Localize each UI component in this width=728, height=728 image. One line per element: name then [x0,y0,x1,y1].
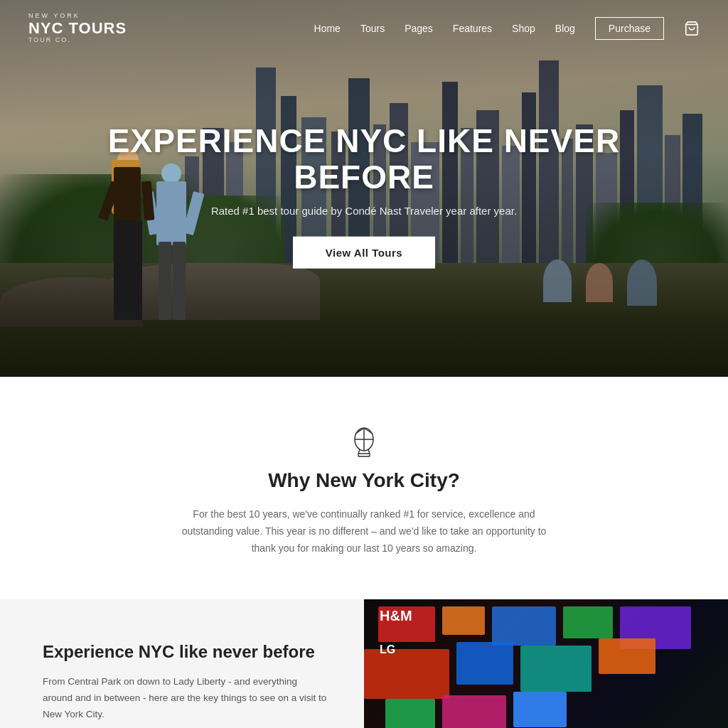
logo[interactable]: NEW YORK NYC TOURS TOUR CO. [28,13,127,44]
nav-features[interactable]: Features [453,23,492,34]
hero-content: EXPERIENCE NYC LIKE NEVER BEFORE Rated #… [80,123,648,269]
hero-title: EXPERIENCE NYC LIKE NEVER BEFORE [80,123,648,195]
nav-blog[interactable]: Blog [555,23,575,34]
svg-line-3 [368,449,370,454]
nav-home[interactable]: Home [314,23,341,34]
purchase-button[interactable]: Purchase [595,17,664,40]
why-title: Why New York City? [28,469,700,492]
hot-air-balloon-icon [348,427,380,458]
logo-top: NEW YORK [28,13,127,20]
nav-tours[interactable]: Tours [360,23,385,34]
logo-main: NYC TOURS [28,20,127,37]
svg-rect-4 [358,454,370,456]
nav-shop[interactable]: Shop [512,23,535,34]
nav-links: Home Tours Pages Features Shop Blog Purc… [314,17,700,40]
nav-pages[interactable]: Pages [405,23,433,34]
view-all-tours-button[interactable]: View All Tours [293,237,435,269]
experience-title: Experience NYC like never before [43,642,328,663]
hero-section: NEW YORK NYC TOURS TOUR CO. Home Tours P… [0,0,728,377]
svg-line-2 [358,449,360,454]
cart-icon[interactable] [684,21,700,36]
why-text: For the best 10 years, we've continually… [179,506,549,557]
logo-sub: TOUR CO. [28,37,127,44]
navbar: NEW YORK NYC TOURS TOUR CO. Home Tours P… [0,0,728,57]
experience-text: From Central Park on down to Lady Libert… [43,674,328,723]
experience-left: Experience NYC like never before From Ce… [0,599,364,728]
experience-right: H&M LG You may ha [364,599,728,728]
why-section: Why New York City? For the best 10 years… [0,377,728,599]
hero-subtitle: Rated #1 best tour guide by Condé Nast T… [80,205,648,217]
experience-section: Experience NYC like never before From Ce… [0,599,728,728]
